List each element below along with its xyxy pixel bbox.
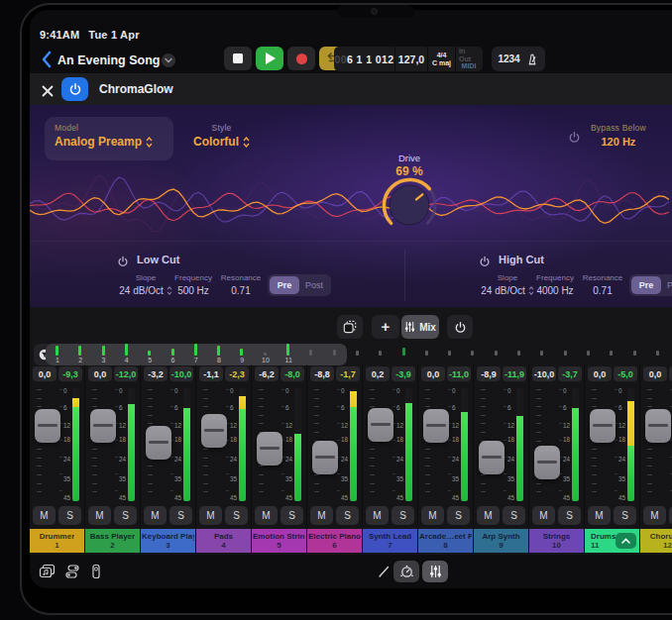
fader-handle[interactable] — [534, 446, 560, 479]
highcut-resonance[interactable]: Resonance 0.71 — [571, 273, 634, 296]
collapse-track-button[interactable] — [616, 533, 636, 549]
track-label[interactable]: Synth Lead 7 — [363, 529, 417, 553]
track-label[interactable]: Bass Player 2 — [85, 529, 140, 553]
fader-value[interactable]: 0,0 — [33, 366, 56, 381]
close-plugin-button[interactable] — [42, 83, 54, 95]
back-button[interactable] — [40, 51, 54, 68]
plugin-power-button[interactable] — [61, 77, 88, 101]
peak-value[interactable]: -5,0 — [614, 366, 637, 381]
faders-view-button[interactable] — [422, 561, 448, 582]
lowcut-resonance[interactable]: Resonance 0.71 — [209, 273, 273, 296]
mute-button[interactable]: M — [199, 506, 222, 525]
metronome-icon[interactable] — [525, 52, 539, 66]
track-label[interactable]: Emotion Strings 5 — [252, 529, 306, 553]
solo-button[interactable]: S — [225, 506, 248, 525]
solo-button[interactable]: S — [392, 506, 414, 525]
plugins-button[interactable] — [63, 563, 81, 580]
peak-value[interactable]: -2,3 — [225, 366, 249, 381]
mute-button[interactable]: M — [33, 506, 56, 525]
fader-handle[interactable] — [368, 408, 393, 442]
count-in-button[interactable]: 1234 — [498, 53, 519, 64]
peak-value[interactable]: -3,7 — [558, 366, 582, 381]
fader-handle[interactable] — [146, 426, 171, 460]
mute-button[interactable]: M — [421, 506, 444, 525]
solo-button[interactable]: S — [447, 506, 470, 525]
highcut-power-button[interactable] — [479, 254, 491, 265]
fader-handle[interactable] — [90, 409, 116, 443]
track-label[interactable]: Drummer 1 — [30, 529, 84, 553]
peak-value[interactable]: -10,0 — [169, 366, 193, 381]
mixer-power-button[interactable] — [447, 315, 473, 339]
track-label[interactable]: Arcade…eet Pad 8 — [418, 529, 473, 553]
style-selector[interactable]: Style Colorful — [193, 123, 250, 149]
solo-button[interactable]: S — [558, 506, 581, 525]
solo-button[interactable]: S — [503, 506, 525, 525]
peak-value[interactable]: -8,0 — [280, 366, 304, 381]
fader-value[interactable]: -6,2 — [255, 366, 279, 381]
stop-button[interactable] — [224, 47, 252, 70]
bypass-below-control[interactable]: Bypass Below 120 Hz — [591, 123, 646, 148]
highcut-prepost-toggle[interactable]: Pre Post — [629, 274, 672, 296]
record-button[interactable] — [287, 47, 315, 70]
fader-handle[interactable] — [590, 409, 616, 443]
fader-handle[interactable] — [645, 409, 671, 443]
fader-value[interactable]: 0,2 — [366, 366, 390, 381]
fader-handle[interactable] — [35, 409, 60, 443]
track-label[interactable]: Electric Piano 6 — [307, 529, 362, 553]
solo-button[interactable]: S — [336, 506, 359, 525]
mute-button[interactable]: M — [643, 506, 666, 525]
pencil-tool-button[interactable] — [375, 563, 392, 580]
fader-handle[interactable] — [312, 441, 338, 474]
fader-value[interactable]: -10,0 — [532, 366, 556, 381]
pre-option[interactable]: Pre — [270, 276, 299, 294]
peak-value[interactable]: -3,9 — [392, 366, 415, 381]
fader-handle[interactable] — [479, 441, 504, 474]
level-control[interactable]: Level 0.0 — [658, 123, 672, 148]
lcd-display[interactable]: 006 1 1 012 127,0 4/4 C maj In Out MIDI — [334, 47, 483, 71]
fader-value[interactable]: -3,2 — [144, 366, 168, 381]
mute-button[interactable]: M — [532, 506, 555, 525]
lowcut-power-button[interactable] — [117, 254, 129, 265]
knob-view-button[interactable] — [393, 561, 419, 582]
bypass-power-button[interactable] — [568, 130, 581, 143]
track-label[interactable]: Pads 4 — [196, 529, 251, 553]
post-option[interactable]: Post — [299, 276, 329, 294]
fader-value[interactable]: -8,8 — [310, 366, 334, 381]
loop-browser-button[interactable] — [38, 563, 56, 580]
peak-value[interactable]: -9,3 — [58, 366, 82, 381]
play-button[interactable] — [256, 47, 283, 70]
post-option[interactable]: Post — [661, 276, 672, 294]
fader-handle[interactable] — [201, 414, 227, 448]
fader-value[interactable]: 0,0 — [88, 366, 112, 381]
fader-value[interactable]: -1,1 — [199, 366, 223, 381]
track-label[interactable]: Drums 11 — [585, 529, 639, 553]
song-menu-button[interactable] — [162, 53, 175, 67]
pre-option[interactable]: Pre — [631, 276, 661, 294]
solo-button[interactable]: S — [280, 506, 303, 525]
fader-value[interactable]: 0,0 — [643, 366, 667, 381]
fader-handle[interactable] — [423, 409, 449, 443]
peak-value[interactable]: -11,0 — [447, 366, 471, 381]
model-selector[interactable]: Model Analog Preamp — [45, 117, 173, 160]
track-label[interactable]: Strings 10 — [529, 529, 584, 553]
fader-value[interactable]: -8,9 — [477, 366, 501, 381]
mute-button[interactable]: M — [144, 506, 167, 525]
song-title[interactable]: An Evening Song — [57, 53, 160, 67]
solo-button[interactable]: S — [114, 506, 137, 525]
mute-button[interactable]: M — [310, 506, 333, 525]
mix-button[interactable]: Mix — [401, 315, 439, 339]
solo-button[interactable]: S — [614, 506, 636, 525]
lowcut-prepost-toggle[interactable]: Pre Post — [268, 274, 331, 296]
mute-button[interactable]: M — [88, 506, 111, 525]
drive-knob[interactable] — [378, 172, 441, 236]
add-button[interactable]: + — [372, 315, 399, 339]
mute-button[interactable]: M — [477, 506, 500, 525]
fader-handle[interactable] — [257, 432, 282, 465]
peak-value[interactable]: -11,9 — [503, 366, 526, 381]
track-label[interactable]: Keyboard Player 3 — [141, 529, 195, 553]
mute-button[interactable]: M — [588, 506, 611, 525]
duplicate-button[interactable] — [337, 315, 363, 339]
mute-button[interactable]: M — [255, 506, 278, 525]
solo-button[interactable]: S — [58, 506, 81, 525]
track-label[interactable]: Arp Synth 9 — [474, 529, 528, 553]
